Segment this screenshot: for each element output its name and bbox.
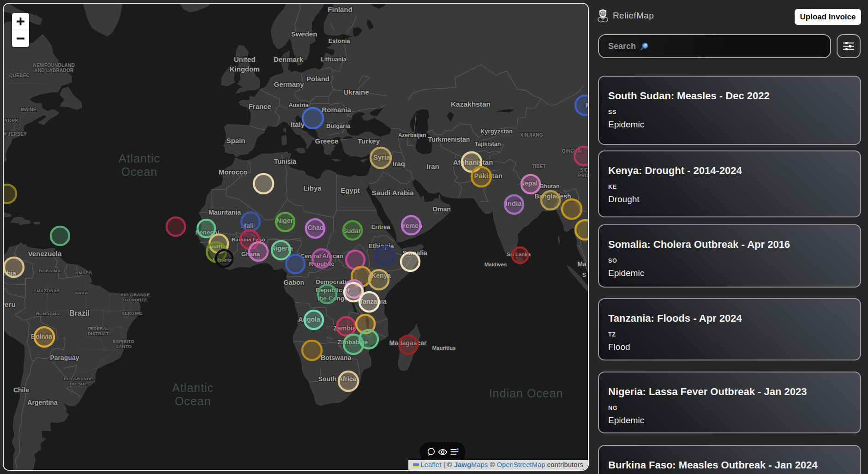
- svg-text:Egypt: Egypt: [341, 186, 360, 194]
- svg-text:Saudi Arabia: Saudi Arabia: [371, 189, 414, 197]
- svg-text:Denmark: Denmark: [274, 55, 304, 63]
- svg-text:Iraq: Iraq: [392, 160, 405, 168]
- svg-text:United: United: [234, 55, 256, 63]
- svg-text:Bulgaria: Bulgaria: [326, 122, 351, 129]
- svg-text:Atlantic: Atlantic: [172, 381, 214, 394]
- svg-text:Ukraine: Ukraine: [343, 88, 369, 96]
- svg-text:Tunisia: Tunisia: [274, 158, 296, 165]
- svg-text:Democratic: Democratic: [316, 278, 350, 285]
- svg-text:DO NORTE: DO NORTE: [123, 297, 148, 302]
- svg-text:AMAPÁ: AMAPÁ: [75, 270, 92, 275]
- svg-text:Poland: Poland: [306, 75, 329, 83]
- svg-text:Sweden: Sweden: [291, 30, 317, 38]
- svg-text:Chile: Chile: [13, 386, 29, 394]
- svg-text:SERGIPE: SERGIPE: [122, 311, 142, 316]
- svg-text:Tajikistan: Tajikistan: [475, 141, 501, 147]
- svg-text:SIC: SIC: [580, 168, 588, 173]
- svg-text:PARÁ: PARÁ: [75, 290, 88, 295]
- svg-text:Mauritius: Mauritius: [432, 345, 455, 351]
- svg-text:Ma: Ma: [577, 260, 587, 268]
- svg-text:Atlantic: Atlantic: [119, 152, 160, 165]
- svg-text:Gabon: Gabon: [284, 279, 304, 286]
- svg-text:Kyrgyzstan: Kyrgyzstan: [480, 128, 513, 135]
- svg-text:AND LABRADOR: AND LABRADOR: [34, 68, 74, 73]
- svg-text:Ocean: Ocean: [121, 165, 158, 178]
- svg-text:MAINE: MAINE: [21, 107, 36, 112]
- svg-text:FEDERAL: FEDERAL: [88, 326, 109, 331]
- svg-text:Romania: Romania: [322, 106, 351, 114]
- svg-text:AMAZONAS: AMAZONAS: [33, 288, 60, 293]
- svg-text:RONDÔNIA: RONDÔNIA: [36, 311, 61, 316]
- svg-text:Morocco: Morocco: [219, 168, 248, 176]
- svg-text:DISTRICT: DISTRICT: [88, 331, 109, 336]
- svg-text:PRO: PRO: [578, 173, 589, 178]
- svg-text:Indian Ocean: Indian Ocean: [489, 387, 563, 400]
- svg-text:Bhutan: Bhutan: [539, 183, 559, 190]
- svg-text:Botswana: Botswana: [321, 354, 351, 361]
- svg-text:DO SUL: DO SUL: [70, 381, 87, 386]
- svg-text:QUÉBEC: QUÉBEC: [9, 72, 30, 78]
- svg-text:Brazil: Brazil: [69, 309, 90, 317]
- svg-text:Iran: Iran: [426, 162, 439, 170]
- svg-text:TIBET: TIBET: [532, 164, 546, 169]
- svg-text:Venezuela: Venezuela: [28, 250, 62, 258]
- svg-text:SANTO: SANTO: [116, 344, 132, 349]
- svg-text:RORAIMA: RORAIMA: [39, 268, 61, 273]
- svg-text:S: S: [582, 272, 586, 278]
- svg-text:W JERSEY: W JERSEY: [3, 132, 27, 137]
- svg-text:Kazakhstan: Kazakhstan: [451, 100, 491, 108]
- svg-text:Peru: Peru: [3, 300, 16, 308]
- svg-text:Paraguay: Paraguay: [50, 354, 79, 361]
- svg-text:XINJIANG: XINJIANG: [520, 132, 543, 138]
- svg-text:Finland: Finland: [328, 6, 352, 13]
- svg-text:Kingdom: Kingdom: [230, 65, 260, 73]
- svg-text:RIO GRANDE: RIO GRANDE: [120, 292, 150, 297]
- svg-text:Azerbaijan: Azerbaijan: [398, 132, 426, 138]
- svg-text:Austria: Austria: [288, 102, 309, 108]
- svg-text:Lithuania: Lithuania: [321, 56, 347, 63]
- svg-text:Argentina: Argentina: [27, 399, 58, 406]
- svg-text:Greece: Greece: [315, 137, 339, 145]
- svg-text:Libya: Libya: [303, 184, 322, 192]
- svg-text:France: France: [248, 102, 271, 110]
- svg-text:Maldives: Maldives: [485, 262, 507, 267]
- svg-text:Oman: Oman: [432, 205, 451, 213]
- svg-text:YORK: YORK: [5, 118, 19, 123]
- svg-text:RIO GRANDE: RIO GRANDE: [64, 376, 93, 381]
- svg-text:Mauritania: Mauritania: [209, 209, 241, 216]
- svg-text:Turkmenistan: Turkmenistan: [428, 136, 470, 143]
- svg-text:Germany: Germany: [274, 80, 304, 88]
- svg-text:Spain: Spain: [227, 137, 245, 144]
- svg-text:Turkey: Turkey: [358, 137, 380, 145]
- svg-text:Ocean: Ocean: [175, 395, 211, 408]
- svg-text:NEWFOUNDLAND: NEWFOUNDLAND: [33, 63, 75, 68]
- svg-text:Eritrea: Eritrea: [371, 223, 390, 230]
- svg-text:Estonia: Estonia: [329, 37, 351, 44]
- svg-text:ESPÍRITO: ESPÍRITO: [113, 339, 135, 344]
